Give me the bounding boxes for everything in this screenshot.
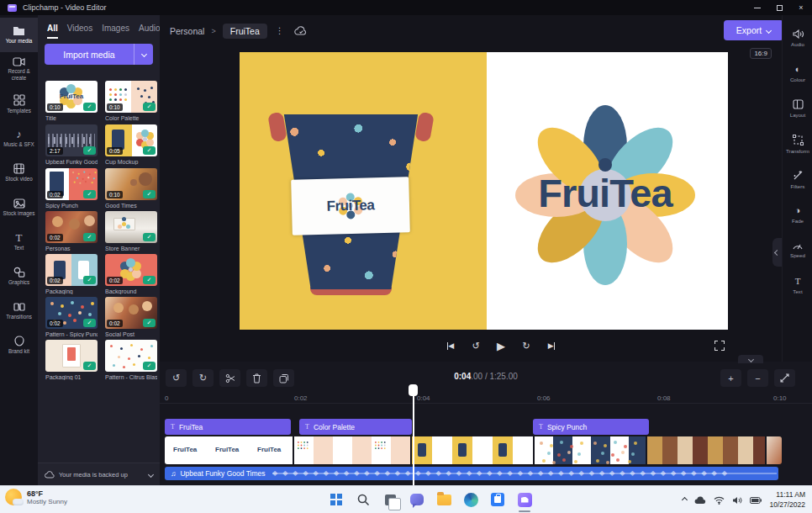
audio-clip-upbeat-funky-good-times[interactable]: ♫ Upbeat Funky Good Times ◆◆◆◆◆◆◆◆◆◆◆◆◆◆… xyxy=(165,467,778,480)
media-thumbnail[interactable]: 0:10 ✓ xyxy=(105,81,157,113)
media-thumbnail[interactable]: 0:10 ✓ xyxy=(105,168,157,200)
maximize-button[interactable] xyxy=(768,0,790,15)
sidebar-item-templates[interactable]: Templates xyxy=(0,87,38,121)
onedrive-cloud-icon[interactable] xyxy=(694,496,706,505)
media-thumbnail[interactable]: 0:02 ✓ xyxy=(45,297,98,329)
video-clip-good-times[interactable] xyxy=(647,436,765,464)
sidebar-item-graphics[interactable]: Graphics xyxy=(0,259,38,294)
import-dropdown-button[interactable] xyxy=(134,44,153,65)
playhead-handle[interactable] xyxy=(409,384,418,396)
collapse-tools-handle[interactable] xyxy=(772,238,782,267)
chat-button[interactable] xyxy=(407,489,427,510)
media-item-upbeat-audio[interactable]: 2:17 ✓ Upbeat Funky Good Tim.. xyxy=(45,124,98,165)
chevron-down-icon[interactable] xyxy=(148,471,154,477)
media-thumbnail[interactable]: 0:02 ✓ xyxy=(45,254,98,286)
cup-mockup-graphic[interactable]: FruiTea xyxy=(273,113,429,293)
text-clip-fruitea[interactable]: T FruiTea xyxy=(165,419,291,435)
media-item-pattern-citrus-blast[interactable]: ✓ Pattern - Citrus Blast xyxy=(105,340,157,380)
edge-button[interactable] xyxy=(461,489,481,510)
tab-all[interactable]: All xyxy=(47,24,58,39)
video-clip-spicy-punch[interactable] xyxy=(535,436,646,464)
media-item-pattern-spicy-punch[interactable]: 0:02 ✓ Pattern - Spicy Punch xyxy=(45,297,98,337)
media-thumbnail[interactable]: 0:02 ✓ xyxy=(45,211,98,243)
tool-text[interactable]: T Text xyxy=(783,267,812,303)
sidebar-item-transitions[interactable]: Transitions xyxy=(0,294,38,328)
tool-audio[interactable]: Audio xyxy=(783,20,812,56)
more-options-button[interactable]: ⋮ xyxy=(276,26,284,35)
skip-to-start-button[interactable]: ◀ xyxy=(442,337,459,354)
fruitea-logo-graphic[interactable]: FruiTea xyxy=(496,86,714,304)
media-thumbnail[interactable]: 0:02 ✓ xyxy=(105,254,157,286)
media-thumbnail[interactable]: ✓ xyxy=(105,211,157,243)
tool-speed[interactable]: Speed xyxy=(783,232,812,267)
zoom-out-button[interactable]: − xyxy=(747,369,768,387)
breadcrumb-personal[interactable]: Personal xyxy=(170,26,204,36)
video-clip-cup-mockup[interactable] xyxy=(412,436,533,464)
sidebar-item-your-media[interactable]: Your media xyxy=(0,18,38,52)
wifi-icon[interactable] xyxy=(714,496,725,505)
media-item-packaging-01[interactable]: ✓ Packaging 01 xyxy=(45,340,98,380)
tab-audio[interactable]: Audio xyxy=(139,24,161,39)
tool-filters[interactable]: Filters xyxy=(783,161,812,197)
aspect-ratio-badge[interactable]: 16:9 xyxy=(750,48,772,59)
media-item-store-banner[interactable]: ✓ Store Banner xyxy=(105,211,157,251)
media-item-good-times[interactable]: 0:10 ✓ Good Times xyxy=(105,168,157,209)
sidebar-item-record-create[interactable]: Record & create xyxy=(0,52,38,87)
video-clip-color-palette[interactable] xyxy=(294,436,410,464)
media-item-packaging[interactable]: 0:02 ✓ Packaging xyxy=(45,254,98,294)
sidebar-item-stock-video[interactable]: Stock video xyxy=(0,156,38,190)
video-clip-title[interactable]: FruiTea FruiTea FruiTea xyxy=(165,436,293,464)
timeline-collapse-button[interactable] xyxy=(738,355,763,363)
search-button[interactable] xyxy=(353,489,373,510)
timeline-ruler[interactable]: 0 0:02 0:04 0:06 0:08 0:10 xyxy=(160,392,812,404)
tab-videos[interactable]: Videos xyxy=(67,24,92,39)
backup-status-bar[interactable]: Your media is backed up xyxy=(38,463,160,485)
clipchamp-taskbar-button[interactable] xyxy=(514,489,535,510)
zoom-fit-button[interactable] xyxy=(774,369,795,387)
media-thumbnail[interactable]: 2:17 ✓ xyxy=(45,124,98,156)
start-button[interactable] xyxy=(326,489,346,510)
playhead-line[interactable] xyxy=(413,387,414,485)
cloud-sync-icon[interactable] xyxy=(294,26,308,35)
weather-widget[interactable]: 68°F Mostly Sunny xyxy=(5,489,67,505)
tool-transform[interactable]: Transform xyxy=(783,126,812,161)
close-button[interactable]: × xyxy=(790,0,812,15)
media-item-spicy-punch[interactable]: 0:02 ✓ Spicy Punch xyxy=(45,168,98,209)
zoom-in-button[interactable]: + xyxy=(720,369,741,387)
task-view-button[interactable] xyxy=(380,489,400,510)
export-button[interactable]: Export xyxy=(724,20,783,40)
media-thumbnail[interactable]: ✓ xyxy=(105,340,157,372)
media-item-color-palette[interactable]: 0:10 ✓ Color Palette xyxy=(105,81,157,121)
tool-colour[interactable]: ◐ Colour xyxy=(783,56,812,91)
sidebar-item-brand-kit[interactable]: Brand kit xyxy=(0,328,38,362)
media-item-title[interactable]: FruiTea 0:10 ✓ Title xyxy=(45,81,98,121)
battery-icon[interactable] xyxy=(750,497,762,504)
media-thumbnail[interactable]: FruiTea 0:10 ✓ xyxy=(45,81,98,113)
skip-to-end-button[interactable]: ▶ xyxy=(543,337,560,354)
tray-chevron-up[interactable] xyxy=(683,498,687,502)
play-button[interactable]: ▶ xyxy=(493,337,509,354)
sidebar-item-text[interactable]: T Text xyxy=(0,225,38,259)
media-thumbnail[interactable]: 0:02 ✓ xyxy=(45,168,98,200)
forward-1s-button[interactable]: ↻ xyxy=(518,337,535,354)
rewind-1s-button[interactable]: ↺ xyxy=(467,337,484,354)
media-item-cup-mockup[interactable]: 0:05 ✓ Cup Mockup xyxy=(105,124,157,165)
media-thumbnail[interactable]: 0:02 ✓ xyxy=(105,297,157,329)
tab-images[interactable]: Images xyxy=(102,24,129,39)
media-thumbnail[interactable]: ✓ xyxy=(45,340,98,372)
store-button[interactable] xyxy=(488,489,508,510)
file-explorer-button[interactable] xyxy=(434,489,454,510)
fullscreen-button[interactable] xyxy=(714,341,725,351)
sidebar-item-stock-images[interactable]: Stock images xyxy=(0,190,38,225)
minimize-button[interactable] xyxy=(746,0,768,15)
tool-fade[interactable]: ◑ Fade xyxy=(783,197,812,232)
taskbar-clock[interactable]: 11:11 AM 10/27/2022 xyxy=(769,490,809,509)
project-name[interactable]: FruiTea xyxy=(223,24,267,39)
sidebar-item-music-sfx[interactable]: ♪ Music & SFX xyxy=(0,121,38,156)
media-item-social-post[interactable]: 0:02 ✓ Social Post xyxy=(105,297,157,337)
media-item-background[interactable]: 0:02 ✓ Background xyxy=(105,254,157,294)
import-media-button[interactable]: Import media xyxy=(45,44,153,65)
media-thumbnail[interactable]: 0:05 ✓ xyxy=(105,124,157,156)
tool-layout[interactable]: Layout xyxy=(783,91,812,126)
volume-icon[interactable] xyxy=(732,496,742,505)
